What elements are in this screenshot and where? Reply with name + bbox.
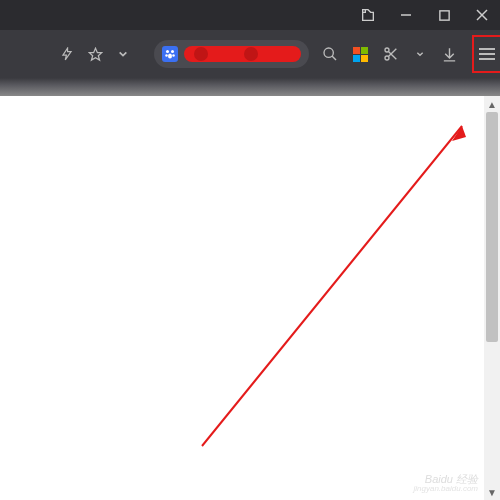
annotation-arrow [0,96,500,500]
url-redacted-mask [184,46,301,62]
svg-point-12 [385,56,389,60]
favorite-icon[interactable] [84,43,106,65]
minimize-button[interactable] [394,3,418,27]
svg-line-18 [202,126,462,446]
download-icon[interactable] [438,43,460,65]
svg-point-5 [171,50,174,53]
scroll-down-arrow[interactable]: ▼ [484,484,500,500]
chevron-down-icon[interactable] [112,43,134,65]
svg-point-4 [166,50,169,53]
svg-rect-1 [439,10,448,19]
chevron-down-icon[interactable] [414,43,426,65]
site-favicon [162,46,178,62]
svg-point-6 [165,54,168,57]
window-titlebar [0,0,500,30]
scroll-thumb[interactable] [486,112,498,342]
search-icon[interactable] [319,43,341,65]
browser-toolbar [0,30,500,78]
microsoft-colors-icon[interactable] [353,47,368,62]
scroll-up-arrow[interactable]: ▲ [484,96,500,112]
close-button[interactable] [470,3,494,27]
watermark-sub: jingyan.baidu.com [414,485,478,494]
watermark: Baidu 经验 jingyan.baidu.com [414,473,478,494]
svg-line-10 [332,56,336,60]
svg-point-8 [168,54,172,59]
maximize-button[interactable] [432,3,456,27]
toolbar-shadow [0,78,500,96]
svg-point-11 [385,48,389,52]
vertical-scrollbar[interactable]: ▲ ▼ [484,96,500,500]
hamburger-menu-icon[interactable] [476,43,498,65]
svg-marker-19 [452,126,466,141]
svg-point-7 [172,54,175,57]
appearance-icon[interactable] [356,3,380,27]
url-bar[interactable] [154,40,309,68]
svg-point-9 [324,48,333,57]
scissors-icon[interactable] [380,43,402,65]
page-content: ▲ ▼ Baidu 经验 jingyan.baidu.com [0,96,500,500]
menu-button-highlight [472,35,500,73]
flash-icon[interactable] [56,43,78,65]
